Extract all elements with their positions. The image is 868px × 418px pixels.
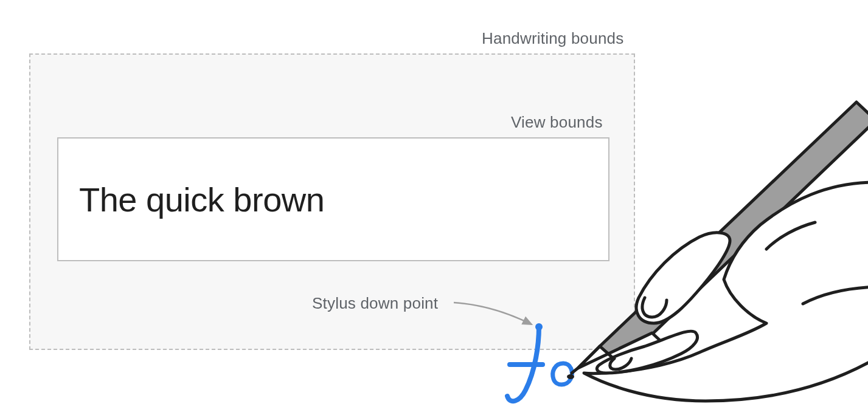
hand-with-stylus-icon (547, 97, 868, 407)
stylus-down-point-label: Stylus down point (312, 294, 438, 313)
handwriting-bounds-label: Handwriting bounds (482, 29, 623, 48)
view-bounds-box[interactable]: The quick brown (57, 137, 609, 261)
svg-point-2 (567, 374, 574, 379)
text-input-value: The quick brown (79, 180, 324, 219)
